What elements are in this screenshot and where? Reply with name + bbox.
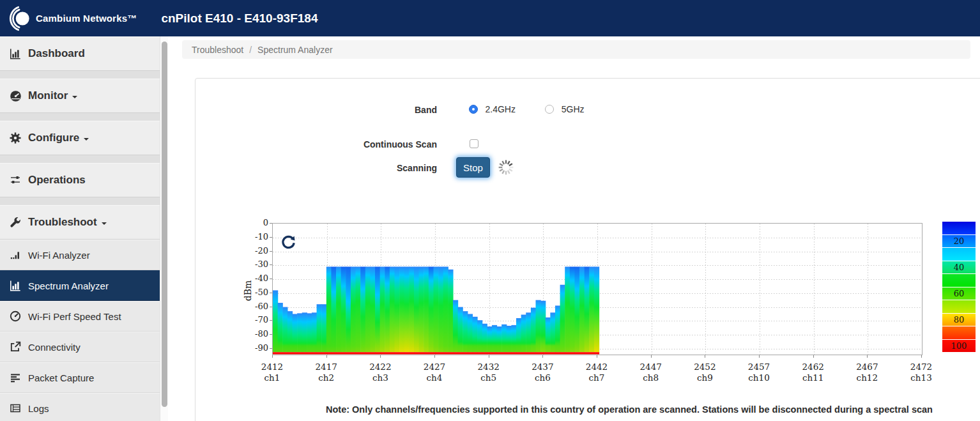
x-tick-mark — [489, 355, 489, 358]
sidebar-item-label: Monitor — [28, 89, 68, 102]
sidebar-item-monitor[interactable]: Monitor — [0, 79, 160, 113]
y-tick-label: -10 — [236, 232, 268, 242]
x-tick-freq: 2472 — [899, 362, 944, 372]
breadcrumb-spectrum-analyzer: Spectrum Analyzer — [257, 45, 333, 55]
x-tick-mark — [759, 355, 760, 358]
chevron-down-icon — [72, 96, 77, 98]
x-tick-channel: ch5 — [466, 372, 511, 383]
x-tick-label: 2432ch5 — [466, 362, 511, 383]
y-tick-mark — [270, 223, 272, 224]
scrollbar-thumb[interactable] — [162, 42, 167, 407]
sidebar-item-troubleshoot[interactable]: Troubleshoot — [0, 205, 160, 240]
sidebar-item-configure[interactable]: Configure — [0, 121, 160, 155]
sidebar-item-dashboard[interactable]: Dashboard — [0, 36, 160, 71]
sidebar-item-label: Troubleshoot — [28, 216, 97, 229]
x-tick-freq: 2412 — [250, 362, 295, 372]
continuous-scan-checkbox[interactable] — [470, 139, 479, 148]
sidebar-subitem-wi-fi-analyzer[interactable]: Wi-Fi Analyzer — [0, 240, 160, 270]
x-tick-mark — [326, 355, 327, 358]
x-tick-freq: 2447 — [629, 362, 673, 372]
x-tick-label: 2472ch13 — [899, 362, 944, 383]
sidebar-subitem-label: Spectrum Analyzer — [28, 280, 109, 291]
x-tick-mark — [867, 355, 868, 358]
legend-segment — [942, 326, 976, 339]
spectrum-waterfall-canvas — [273, 224, 922, 355]
x-tick-mark — [272, 355, 273, 358]
sidebar-nav: DashboardMonitorConfigureOperationsTroub… — [0, 36, 160, 421]
x-tick-mark — [921, 355, 922, 358]
y-tick-label: -80 — [236, 329, 268, 339]
sidebar-subitem-label: Connectivity — [28, 342, 80, 353]
y-tick-label: -20 — [236, 246, 268, 256]
radio-2-4ghz-label[interactable]: 2.4GHz — [485, 104, 515, 114]
y-tick-label: -50 — [236, 287, 268, 298]
radio-5ghz-label[interactable]: 5GHz — [562, 104, 585, 114]
sidebar-item-operations[interactable]: Operations — [0, 163, 160, 197]
continuous-scan-label: Continuous Scan — [296, 139, 437, 149]
logs-icon — [9, 402, 22, 414]
x-tick-label: 2427ch4 — [412, 362, 457, 383]
breadcrumb: Troubleshoot / Spectrum Analyzer — [182, 40, 970, 59]
x-tick-channel: ch2 — [304, 372, 349, 383]
y-tick-label: -60 — [236, 302, 268, 312]
radio-5ghz[interactable] — [545, 105, 554, 114]
x-tick-channel: ch13 — [899, 372, 944, 383]
sidebar-subitem-label: Wi-Fi Perf Speed Test — [28, 311, 121, 322]
x-tick-freq: 2462 — [791, 362, 836, 372]
sidebar-item-label: Configure — [28, 132, 79, 144]
y-tick-label: -90 — [236, 343, 268, 353]
brand-name: Cambium Networks™ — [36, 13, 137, 24]
sidebar-subitem-label: Packet Capture — [28, 372, 94, 383]
y-tick-mark — [270, 334, 272, 335]
y-tick-label: 0 — [236, 218, 268, 228]
band-radio-group: 2.4GHz 5GHz — [469, 103, 585, 115]
x-tick-label: 2422ch3 — [358, 362, 402, 383]
sidebar-subitem-spectrum-analyzer[interactable]: Spectrum Analyzer — [0, 270, 160, 301]
x-tick-channel: ch8 — [629, 372, 673, 383]
sidebar-subitem-connectivity[interactable]: Connectivity — [0, 332, 160, 362]
chevron-down-icon — [84, 138, 89, 141]
x-tick-channel: ch10 — [737, 372, 781, 383]
radio-2-4ghz[interactable] — [469, 105, 478, 114]
x-tick-mark — [597, 355, 597, 358]
legend-segment — [942, 248, 976, 261]
legend-segment — [942, 300, 976, 313]
main-content: Troubleshoot / Spectrum Analyzer Band 2.… — [168, 36, 980, 421]
wrench-icon — [9, 217, 22, 228]
chevron-down-icon — [102, 222, 107, 225]
sidebar-subitem-label: Wi-Fi Analyzer — [28, 250, 90, 261]
sidebar-scrollbar[interactable] — [160, 36, 168, 421]
cambium-logo-icon — [6, 5, 33, 32]
x-tick-mark — [542, 355, 543, 358]
x-tick-freq: 2452 — [682, 362, 727, 372]
sliders-icon — [9, 174, 22, 186]
top-header-bar: Cambium Networks™ cnPilot E410 - E410-93… — [0, 0, 980, 36]
reset-zoom-icon[interactable] — [280, 234, 296, 251]
y-tick-mark — [270, 348, 272, 349]
y-tick-label: -30 — [236, 259, 268, 270]
stop-button[interactable]: Stop — [456, 157, 490, 178]
y-tick-mark — [270, 307, 272, 307]
bar-chart-icon — [9, 48, 22, 59]
x-tick-channel: ch1 — [250, 372, 295, 383]
x-tick-mark — [434, 355, 435, 358]
sidebar-subitem-packet-capture[interactable]: Packet Capture — [0, 362, 160, 393]
sidebar-subitem-logs[interactable]: Logs — [0, 393, 160, 421]
x-tick-mark — [813, 355, 814, 358]
sidebar-item-label: Dashboard — [28, 47, 85, 60]
x-tick-mark — [705, 355, 705, 358]
x-tick-channel: ch3 — [358, 372, 402, 383]
sidebar-subitem-wi-fi-perf-speed-test[interactable]: Wi-Fi Perf Speed Test — [0, 301, 160, 332]
x-tick-freq: 2442 — [574, 362, 619, 372]
x-tick-channel: ch6 — [520, 372, 565, 383]
bar-chart-icon — [9, 280, 22, 291]
y-tick-label: -40 — [236, 273, 268, 284]
x-tick-label: 2437ch6 — [520, 362, 565, 383]
x-tick-freq: 2427 — [412, 362, 457, 372]
x-tick-label: 2447ch8 — [629, 362, 673, 383]
x-tick-label: 2467ch12 — [845, 362, 889, 383]
breadcrumb-troubleshoot[interactable]: Troubleshoot — [192, 45, 243, 55]
legend-segment: 100 — [942, 340, 976, 353]
y-tick-mark — [270, 264, 272, 265]
legend-segment: 20 — [942, 235, 976, 248]
